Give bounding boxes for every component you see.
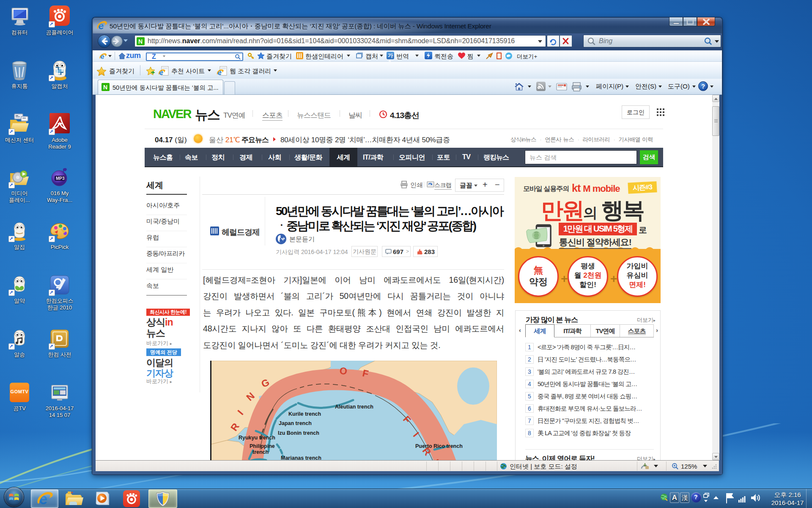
svg-text:Aleutian trench: Aleutian trench (335, 404, 373, 410)
svg-text:Puerto Rico trench: Puerto Rico trench (415, 443, 463, 449)
svg-text:Izu Bonin trench: Izu Bonin trench (278, 430, 319, 436)
svg-text:Philippine: Philippine (250, 443, 275, 449)
svg-text:trench: trench (252, 449, 269, 455)
svg-text:Kurile trench: Kurile trench (288, 411, 321, 417)
svg-text:MP3: MP3 (56, 176, 65, 181)
svg-text:Marianas trench: Marianas trench (281, 455, 321, 460)
svg-text:Ryukyu trench: Ryukyu trench (239, 435, 275, 441)
svg-text:Japan trench: Japan trench (279, 420, 312, 426)
svg-text:O: O (339, 365, 348, 377)
